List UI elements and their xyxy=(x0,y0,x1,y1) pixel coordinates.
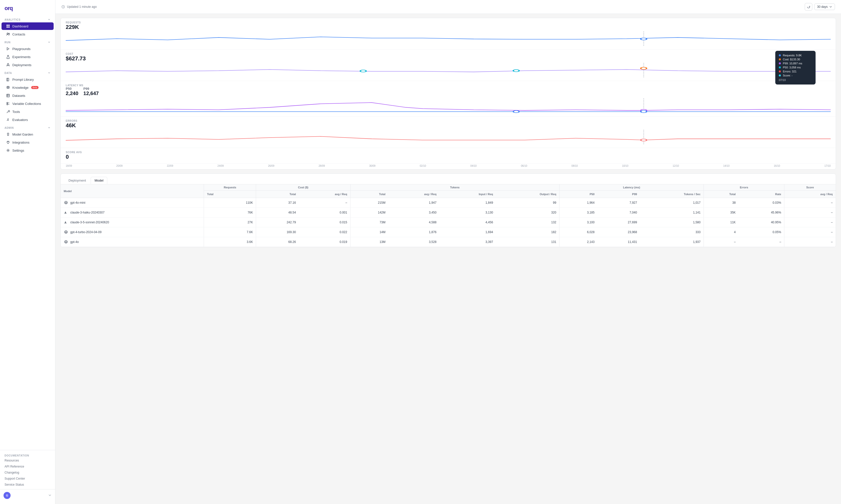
sidebar-item-label: Variable Collections xyxy=(12,102,41,106)
cell-cost-avg: – xyxy=(299,198,350,208)
svg-point-33 xyxy=(66,202,67,203)
beta-badge: Beta xyxy=(31,86,38,89)
chart-tooltip: Requests: 9.8K Cost: $133.30 P99: 10,897… xyxy=(775,51,816,85)
doc-changelog[interactable]: Changelog xyxy=(0,470,55,475)
sidebar-item-contacts[interactable]: Contacts xyxy=(1,31,54,38)
cell-model: gpt-4o xyxy=(61,237,204,247)
cell-lat-tps: 1,937 xyxy=(640,237,704,247)
col-group-requests: Requests xyxy=(204,184,256,191)
svg-point-37 xyxy=(66,241,67,242)
tooltip-dot xyxy=(779,74,781,76)
svg-point-30 xyxy=(641,111,647,113)
book-icon xyxy=(6,77,10,82)
cell-tok-avg: 1,876 xyxy=(389,227,440,237)
cell-cost-total: 68.26 xyxy=(256,237,299,247)
sidebar-item-label: Deployments xyxy=(12,63,32,67)
user-row[interactable]: G xyxy=(0,489,55,502)
chart-errors: ERRORS 46K xyxy=(61,116,836,148)
doc-support[interactable]: Support Center xyxy=(0,475,55,482)
sidebar-item-settings[interactable]: Settings xyxy=(1,147,54,154)
cell-cost-total: 169.30 xyxy=(256,227,299,237)
sidebar-item-label: Evaluators xyxy=(12,118,28,122)
doc-status[interactable]: Service Status xyxy=(0,482,55,488)
chart-score: SCORE avg 0 xyxy=(61,148,836,163)
sidebar-item-playgrounds[interactable]: Playgrounds xyxy=(1,45,54,53)
date-range-select[interactable]: 30 days xyxy=(814,3,835,10)
cell-err-rate: 45.96% xyxy=(739,208,784,218)
cell-lat-p99: 7,040 xyxy=(598,208,640,218)
col-tok-avg: avg / Req xyxy=(389,191,440,198)
cell-model: gpt-4o-mini xyxy=(61,198,204,208)
cell-tok-total: 13M xyxy=(350,237,389,247)
refresh-button[interactable] xyxy=(805,3,812,11)
model-icon xyxy=(64,240,68,244)
cell-tok-output: 99 xyxy=(496,198,560,208)
cell-tok-avg: 1,947 xyxy=(389,198,440,208)
col-group-score: Score xyxy=(784,184,836,191)
sidebar-item-tools[interactable]: Tools xyxy=(1,108,54,115)
cell-model: gpt-4-turbo-2024-04-09 xyxy=(61,227,204,237)
logo: orq xyxy=(0,0,55,16)
col-lat-p99: P99 xyxy=(598,191,640,198)
sidebar-item-evaluators[interactable]: Evaluators xyxy=(1,116,54,124)
table-row: gpt-4o-mini 110K 37.16 – 215M 1,947 1,84… xyxy=(61,198,836,208)
sidebar-item-dashboard[interactable]: Dashboard xyxy=(1,22,54,30)
cell-cost-avg: 0.001 xyxy=(299,208,350,218)
svg-rect-1 xyxy=(8,25,10,26)
garden-icon xyxy=(6,132,10,136)
cell-lat-p50: 3,185 xyxy=(560,208,598,218)
chart-requests: REQUESTS 229K xyxy=(61,18,836,50)
doc-api[interactable]: API Reference xyxy=(0,464,55,470)
sidebar-item-integrations[interactable]: Integrations xyxy=(1,139,54,146)
users-icon xyxy=(6,32,10,36)
cell-err-rate: 0.05% xyxy=(739,227,784,237)
tab-model[interactable]: Model xyxy=(91,177,107,184)
table-row: A claude-3-haiku-20240307 76K 48.54 0.00… xyxy=(61,208,836,218)
cell-lat-p50: 3,100 xyxy=(560,218,598,227)
svg-point-19 xyxy=(7,150,8,151)
cell-tok-output: 131 xyxy=(496,237,560,247)
table-group-header-row: Model Requests Cost ($) Tokens Latency (… xyxy=(61,184,836,191)
table-wrapper: Model Requests Cost ($) Tokens Latency (… xyxy=(61,184,836,247)
cell-tok-total: 14M xyxy=(350,227,389,237)
cell-err-rate: 40.95% xyxy=(739,218,784,227)
sidebar-item-model-garden[interactable]: Model Garden xyxy=(1,130,54,138)
table-row: A claude-3-5-sonnet-20240620 27K 242.79 … xyxy=(61,218,836,227)
tooltip-dot xyxy=(779,66,781,68)
sidebar-item-datasets[interactable]: Datasets xyxy=(1,92,54,100)
sidebar-item-experiments[interactable]: Experiments xyxy=(1,53,54,60)
svg-point-32 xyxy=(641,139,647,141)
doc-resources[interactable]: Resources xyxy=(0,457,55,464)
cell-req-total: 3.6K xyxy=(204,237,256,247)
sidebar-item-label: Tools xyxy=(12,110,20,114)
sidebar-item-variable-collections[interactable]: Variable Collections xyxy=(1,100,54,107)
cell-score-avg: – xyxy=(784,208,836,218)
cell-lat-tps: 1,017 xyxy=(640,198,704,208)
sidebar-item-label: Integrations xyxy=(12,141,30,144)
table-section: Deployment Model Model Requests Cost ($)… xyxy=(61,174,836,247)
svg-point-9 xyxy=(7,86,9,87)
cell-tok-avg: 4,588 xyxy=(389,218,440,227)
svg-point-17 xyxy=(7,133,9,134)
sidebar-item-prompt-library[interactable]: Prompt Library xyxy=(1,76,54,83)
tooltip-p99: P99: 10,897 ms xyxy=(779,62,812,65)
col-lat-p50: P50 xyxy=(560,191,598,198)
cell-model: A claude-3-haiku-20240307 xyxy=(61,208,204,218)
svg-point-5 xyxy=(8,33,10,34)
cell-lat-p50: 2,143 xyxy=(560,237,598,247)
tab-deployment[interactable]: Deployment xyxy=(65,177,90,184)
sidebar-bottom: DOCUMENTATION Resources API Reference Ch… xyxy=(0,450,55,504)
col-group-tokens: Tokens xyxy=(350,184,559,191)
sidebar-item-label: Datasets xyxy=(12,94,25,97)
section-data: DATA xyxy=(0,69,55,75)
beaker-icon xyxy=(6,55,10,59)
sidebar-item-deployments[interactable]: Deployments xyxy=(1,61,54,69)
cell-cost-total: 37.16 xyxy=(256,198,299,208)
cell-lat-p50: 1,964 xyxy=(560,198,598,208)
user-chevron-icon xyxy=(48,493,52,498)
table-row: gpt-4-turbo-2024-04-09 7.6K 169.30 0.022… xyxy=(61,227,836,237)
tooltip-dot xyxy=(779,70,781,72)
play-icon xyxy=(6,47,10,51)
cell-tok-total: 215M xyxy=(350,198,389,208)
sidebar-item-knowledge[interactable]: Knowledge Beta xyxy=(1,84,54,91)
